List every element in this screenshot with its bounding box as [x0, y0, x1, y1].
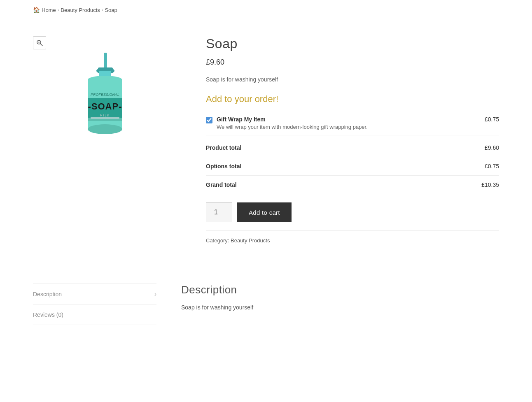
breadcrumb-sep-2: › — [102, 7, 103, 12]
product-image-col: PROFESSIONAL -SOAP- MILK — [33, 36, 181, 250]
product-image: PROFESSIONAL -SOAP- MILK — [74, 49, 140, 147]
home-icon: 🏠 — [33, 7, 40, 13]
cart-actions: Add to cart — [206, 202, 499, 231]
category-line: Category: Beauty Products — [206, 231, 499, 250]
svg-text:MILK: MILK — [100, 114, 110, 117]
breadcrumb-sep-1: › — [58, 7, 59, 12]
tab-reviews[interactable]: Reviews (0) — [33, 305, 156, 325]
grand-total-value: £10.35 — [481, 181, 499, 188]
tab-description-label: Description — [33, 291, 62, 297]
svg-line-1 — [40, 44, 42, 46]
add-to-cart-button[interactable]: Add to cart — [237, 202, 292, 222]
addon-row: Gift Wrap My Item We will wrap your item… — [206, 111, 499, 135]
product-total-label: Product total — [206, 144, 241, 151]
quantity-input[interactable] — [206, 202, 232, 222]
description-col: Description Soap is for washing yourself — [181, 283, 499, 325]
category-prefix: Category: — [206, 237, 229, 244]
tab-description[interactable]: Description › — [33, 283, 156, 305]
breadcrumb: 🏠 Home › Beauty Products › Soap — [0, 0, 532, 20]
gift-wrap-checkbox[interactable] — [206, 117, 212, 123]
chevron-right-icon: › — [154, 290, 156, 298]
product-description: Soap is for washing yourself — [206, 75, 499, 84]
product-price: £9.60 — [206, 58, 499, 67]
svg-text:PROFESSIONAL: PROFESSIONAL — [91, 93, 119, 97]
options-total-label: Options total — [206, 163, 241, 170]
product-total-row: Product total £9.60 — [206, 139, 499, 157]
zoom-icon[interactable] — [33, 36, 46, 49]
totals-section: Product total £9.60 Options total £0.75 … — [206, 139, 499, 194]
addon-label: Gift Wrap My Item — [217, 116, 485, 123]
options-total-row: Options total £0.75 — [206, 157, 499, 176]
description-section-title: Description — [181, 283, 499, 296]
addon-price: £0.75 — [485, 116, 499, 123]
product-total-value: £9.60 — [485, 144, 499, 151]
svg-rect-16 — [91, 117, 119, 119]
breadcrumb-current: Soap — [105, 7, 117, 13]
tabs-col: Description › Reviews (0) — [33, 283, 156, 325]
add-to-order-title: Add to your order! — [206, 94, 499, 105]
product-title: Soap — [206, 36, 499, 51]
product-details-col: Soap £9.60 Soap is for washing yourself … — [206, 36, 499, 250]
addon-desc: We will wrap your item with modern-looki… — [217, 124, 485, 130]
grand-total-label: Grand total — [206, 181, 237, 188]
description-section-text: Soap is for washing yourself — [181, 303, 499, 313]
options-total-value: £0.75 — [485, 163, 499, 170]
grand-total-row: Grand total £10.35 — [206, 176, 499, 194]
breadcrumb-home[interactable]: Home — [42, 7, 56, 13]
svg-point-10 — [88, 124, 122, 134]
svg-text:-SOAP-: -SOAP- — [88, 101, 122, 112]
category-link[interactable]: Beauty Products — [231, 237, 270, 244]
svg-rect-4 — [104, 53, 107, 68]
addon-info: Gift Wrap My Item We will wrap your item… — [217, 116, 485, 130]
product-area: PROFESSIONAL -SOAP- MILK Soap £9.60 Soap… — [0, 20, 532, 275]
breadcrumb-category[interactable]: Beauty Products — [61, 7, 100, 13]
bottom-area: Description › Reviews (0) Description So… — [0, 275, 532, 350]
tab-reviews-label: Reviews (0) — [33, 311, 63, 318]
